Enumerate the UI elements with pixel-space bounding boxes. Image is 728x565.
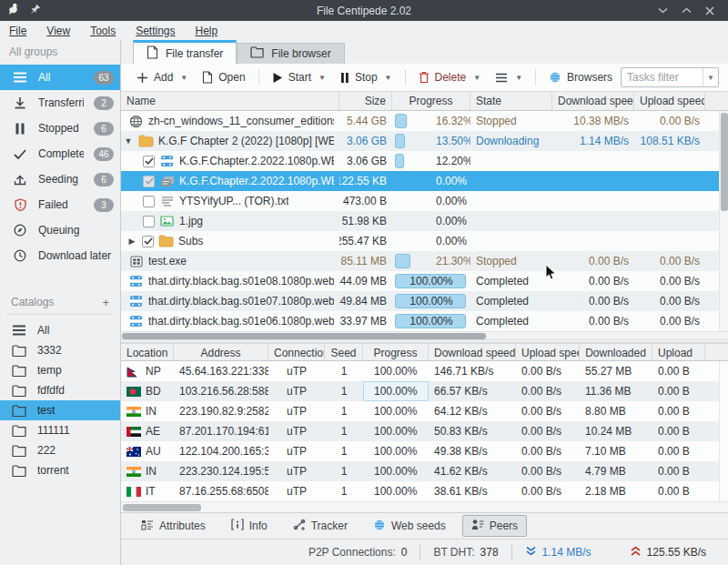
stop-button[interactable]: Stop▼: [334, 67, 399, 87]
column-header-download-speed[interactable]: Download speed▲: [552, 92, 634, 110]
catalog-item-torrent[interactable]: torrent: [0, 460, 120, 480]
row-checkbox[interactable]: [142, 236, 154, 247]
peer-row[interactable]: BD103.216.56.28:58896uTP1100.00%66.57 KB…: [121, 381, 728, 401]
transfer-row[interactable]: ▶Subs255.47 KB0.00%: [121, 231, 728, 251]
maximize-icon[interactable]: [677, 3, 695, 19]
sidebar-group-failed[interactable]: Failed3: [0, 192, 120, 217]
flag-ae-icon: [126, 427, 141, 437]
peer-row[interactable]: AU122.104.200.165:37738uTP1100.00%49.38 …: [121, 441, 728, 461]
sidebar-group-transferring[interactable]: Transferring2: [0, 90, 120, 116]
sidebar-group-download-later[interactable]: Download later: [0, 243, 120, 268]
transfer-row[interactable]: that.dirty.black.bag.s01e06.1080p.web.h2…: [121, 311, 728, 331]
catalog-item-all[interactable]: All: [0, 320, 120, 340]
upload-speed-cell: 0.00 B/s: [516, 421, 580, 441]
detail-tab-tracker[interactable]: Tracker: [284, 515, 357, 537]
peer-row[interactable]: IN223.190.82.9:25828uTP1100.00%64.12 KB/…: [121, 401, 728, 421]
browsers-button[interactable]: Browsers: [542, 67, 619, 87]
state-cell: [470, 191, 552, 211]
row-checkbox[interactable]: [143, 176, 155, 187]
add-button[interactable]: Add▼: [130, 67, 194, 87]
row-checkbox[interactable]: [143, 216, 155, 227]
transfer-row[interactable]: zh-cn_windows_11_consumer_editions_upd…5…: [121, 111, 728, 131]
column-header-state[interactable]: State: [470, 92, 552, 110]
peers-column-header-download-speed[interactable]: Download speed▲: [429, 344, 516, 360]
detail-tab-peers[interactable]: Peers: [462, 515, 527, 537]
catalog-item-test[interactable]: test: [0, 400, 120, 420]
peers-column-header-connection[interactable]: Connection: [268, 344, 325, 360]
open-button[interactable]: Open: [196, 67, 251, 87]
more-menu-button[interactable]: ▼: [489, 69, 529, 86]
pin-icon[interactable]: [31, 4, 41, 17]
location-cell: IN: [121, 461, 174, 481]
upload-speed-cell: 108.51 KB/s: [634, 131, 705, 151]
vertical-scrollbar[interactable]: [719, 111, 728, 331]
transfer-row[interactable]: 1.jpg51.98 KB0.00%: [121, 211, 728, 231]
detail-tab-label: Web seeds: [391, 520, 446, 532]
row-checkbox[interactable]: [143, 156, 155, 167]
transfer-row[interactable]: K.G.F.Chapter.2.2022.1080p.WEBRip.x…3.06…: [121, 151, 728, 171]
detail-tab-web-seeds[interactable]: Web seeds: [364, 515, 455, 538]
menu-item-settings[interactable]: Settings: [136, 25, 175, 37]
peers-column-header-progress[interactable]: Progress: [363, 344, 429, 360]
transfer-table-header: NameSizeProgressStateDownload speed▲Uplo…: [121, 91, 728, 111]
transfer-row[interactable]: ▼K.G.F Chapter 2 (2022) [1080p] [WEBRip]…: [121, 131, 728, 151]
close-icon[interactable]: [701, 3, 719, 19]
peers-column-header-upload[interactable]: Upload: [652, 344, 705, 360]
transfer-row[interactable]: YTSYifyUP... (TOR).txt473.00 B0.00%: [121, 191, 728, 211]
download-speed-cell: 1.14 MB/s: [552, 131, 634, 151]
peer-row[interactable]: NP45.64.163.221:33822uTP1100.00%146.71 K…: [121, 361, 728, 381]
transfer-row[interactable]: test.exe85.11 MB21.30%Stopped0.00 B/s0.0…: [121, 251, 728, 271]
tab-file-transfer[interactable]: File transfer: [133, 40, 237, 64]
sidebar-group-all[interactable]: All63: [0, 65, 120, 90]
transfer-row[interactable]: that.dirty.black.bag.s01e07.1080p.web.h2…: [121, 291, 728, 311]
peers-column-header-downloaded[interactable]: Downloaded: [580, 344, 652, 360]
peers-vertical-scrollbar[interactable]: [719, 361, 728, 501]
flag-bd-icon: [126, 387, 141, 397]
delete-button[interactable]: Delete▼: [412, 67, 488, 87]
flag-in-icon: [126, 407, 141, 417]
menu-item-file[interactable]: File: [9, 25, 26, 37]
sidebar-group-seeding[interactable]: Seeding6: [0, 166, 120, 192]
column-header-size[interactable]: Size: [339, 92, 392, 110]
progress-cell: 0.00%: [392, 191, 470, 211]
peers-column-header-upload-speed[interactable]: Upload speed: [516, 344, 580, 360]
transfer-row[interactable]: that.dirty.black.bag.s01e08.1080p.web.h2…: [121, 271, 728, 291]
tab-file-browser[interactable]: File browser: [237, 43, 344, 64]
peers-column-header-address[interactable]: Address: [174, 344, 268, 360]
peer-row[interactable]: IT87.16.255.68:65085uTP1100.00%38.61 KB/…: [121, 481, 728, 501]
peers-horizontal-scrollbar[interactable]: [121, 501, 728, 512]
upload-speed-cell: 0.00 B/s: [516, 441, 580, 461]
catalog-item-111111[interactable]: 111111: [0, 420, 120, 440]
sidebar-group-stopped[interactable]: Stopped6: [0, 116, 120, 141]
row-checkbox[interactable]: [143, 196, 155, 207]
menu-item-tools[interactable]: Tools: [90, 25, 116, 37]
catalog-item-temp[interactable]: temp: [0, 360, 120, 380]
column-header-progress[interactable]: Progress: [392, 92, 470, 110]
expand-arrow-icon[interactable]: ▶: [126, 237, 137, 246]
tasks-filter-input[interactable]: [622, 71, 703, 84]
minimize-icon[interactable]: [653, 3, 672, 19]
sidebar-group-queuing[interactable]: Queuing: [0, 217, 120, 243]
peers-column-header-seed[interactable]: Seed: [325, 344, 363, 360]
column-header-upload-speed[interactable]: Upload speed: [634, 92, 705, 110]
sidebar-group-completed[interactable]: Completed46: [0, 141, 120, 166]
transfer-row[interactable]: K.G.F.Chapter.2.2022.1080p.WEBRip.x…122.…: [121, 171, 728, 191]
horizontal-scrollbar[interactable]: [121, 331, 728, 339]
peers-column-header-location[interactable]: Location: [121, 344, 174, 360]
catalog-item-222[interactable]: 222: [0, 440, 120, 460]
detail-tab-info[interactable]: Info: [222, 515, 277, 537]
add-catalog-button[interactable]: +: [102, 296, 109, 309]
peer-row[interactable]: AE87.201.170.194:61186uTP1100.00%50.83 K…: [121, 421, 728, 441]
column-header-name[interactable]: Name: [121, 92, 339, 110]
detail-tab-attributes[interactable]: Attributes: [132, 516, 215, 537]
menu-item-help[interactable]: Help: [196, 25, 218, 37]
peer-row[interactable]: IN223.230.124.195:54348uTP1100.00%41.62 …: [121, 461, 728, 481]
catalog-label: All: [37, 324, 49, 337]
catalog-item-fdfdfd[interactable]: fdfdfd: [0, 380, 120, 400]
catalog-item-3332[interactable]: 3332: [0, 340, 120, 360]
menu-item-view[interactable]: View: [46, 25, 70, 37]
filter-dropdown-arrow[interactable]: ▼: [703, 68, 718, 86]
start-button[interactable]: Start▼: [266, 67, 332, 87]
name-cell: ▼K.G.F Chapter 2 (2022) [1080p] [WEBRip]…: [121, 131, 339, 151]
collapse-arrow-icon[interactable]: ▼: [123, 136, 134, 146]
